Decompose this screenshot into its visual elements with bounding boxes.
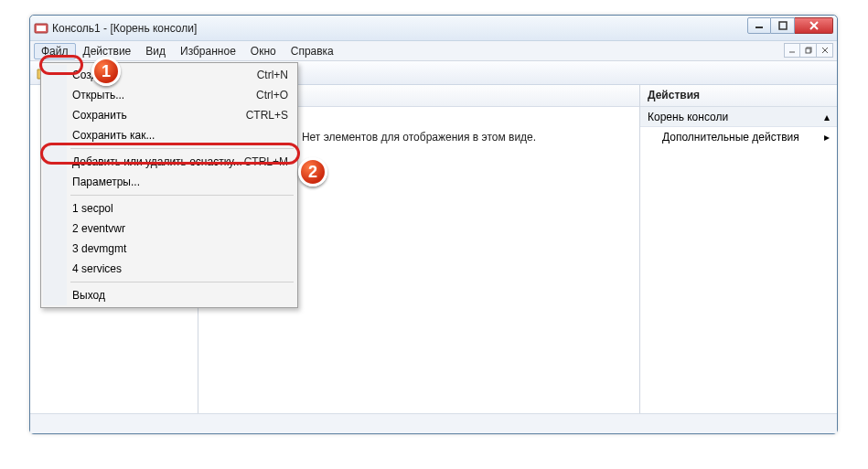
menu-item-save[interactable]: Сохранить CTRL+S — [43, 105, 295, 125]
svg-rect-3 — [779, 22, 787, 29]
menu-help[interactable]: Справка — [284, 43, 341, 59]
callout-2: 2 — [298, 157, 327, 187]
titlebar[interactable]: Консоль1 - [Корень консоли] — [30, 16, 837, 41]
svg-rect-8 — [806, 48, 810, 53]
menu-item-recent-1[interactable]: 1 secpol — [43, 198, 295, 219]
mdi-close[interactable] — [817, 43, 833, 58]
actions-more[interactable]: Дополнительные действия ▸ — [640, 127, 837, 147]
menu-item-params[interactable]: Параметры... — [43, 172, 295, 192]
menu-item-exit[interactable]: Выход — [43, 285, 295, 305]
menu-item-add-remove-snapin[interactable]: Добавить или удалить оснастку... CTRL+M — [43, 152, 295, 172]
app-icon — [34, 21, 48, 36]
menu-item-open[interactable]: Открыть... Ctrl+O — [43, 85, 295, 105]
actions-header: Действия — [640, 85, 837, 107]
menu-window[interactable]: Окно — [243, 43, 284, 59]
minimize-button[interactable] — [747, 17, 771, 34]
actions-more-label: Дополнительные действия — [662, 131, 799, 144]
menu-favorites[interactable]: Избранное — [173, 43, 243, 59]
window-title: Консоль1 - [Корень консоли] — [52, 22, 197, 35]
menu-item-recent-3[interactable]: 3 devmgmt — [43, 239, 295, 259]
actions-pane: Действия Корень консоли ▴ Дополнительные… — [639, 85, 837, 413]
actions-section-label: Корень консоли — [648, 111, 728, 123]
close-button[interactable] — [795, 17, 833, 34]
callout-1: 1 — [91, 57, 121, 86]
svg-rect-1 — [37, 26, 46, 31]
menu-item-new[interactable]: Создать Ctrl+N — [43, 65, 295, 85]
menu-file[interactable]: Файл — [34, 43, 76, 59]
menu-item-recent-4[interactable]: 4 services — [43, 259, 295, 279]
menu-view[interactable]: Вид — [138, 43, 173, 59]
menu-separator — [70, 148, 294, 149]
chevron-right-icon: ▸ — [824, 131, 830, 144]
menu-separator — [70, 282, 294, 282]
window-buttons — [747, 17, 833, 34]
menubar: Файл Действие Вид Избранное Окно Справка — [30, 41, 837, 61]
maximize-button[interactable] — [771, 17, 795, 34]
collapse-icon: ▴ — [824, 111, 830, 123]
menu-item-saveas[interactable]: Сохранить как... — [43, 125, 295, 145]
mdi-restore[interactable] — [800, 43, 817, 58]
statusbar — [30, 413, 837, 433]
actions-section[interactable]: Корень консоли ▴ — [640, 107, 837, 127]
menu-separator — [70, 195, 294, 196]
file-menu-dropdown: Создать Ctrl+N Открыть... Ctrl+O Сохрани… — [40, 62, 298, 308]
mdi-minimize[interactable] — [784, 43, 800, 58]
mdi-buttons — [784, 43, 833, 58]
menu-item-recent-2[interactable]: 2 eventvwr — [43, 219, 295, 239]
